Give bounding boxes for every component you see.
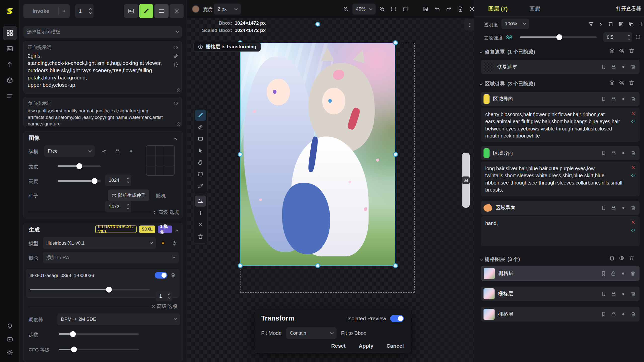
hints-icon[interactable] [4, 320, 16, 332]
delete-icon[interactable] [630, 96, 636, 102]
lora-weight-slider[interactable] [30, 289, 150, 290]
raster-layer-row[interactable]: 栅格层 [481, 287, 639, 301]
attach-icon[interactable] [173, 53, 179, 59]
code-icon[interactable] [173, 45, 179, 50]
tab-models[interactable] [3, 73, 17, 87]
prompt-template-select[interactable]: 选择提示词模板 [23, 26, 182, 38]
delete-icon[interactable] [630, 311, 636, 317]
brush-mode-button[interactable] [139, 4, 153, 18]
delete-icon[interactable] [630, 291, 636, 297]
youtube-icon[interactable] [4, 333, 16, 345]
transform-handle-ne[interactable] [393, 40, 398, 45]
lock-icon[interactable] [611, 271, 616, 276]
width-slider[interactable] [58, 165, 101, 167]
aspect-select[interactable]: Free [44, 145, 95, 157]
bookmark-icon[interactable] [601, 205, 607, 211]
transform-handle-s[interactable] [315, 263, 320, 268]
resize-handle[interactable] [177, 122, 180, 126]
filter-layers-button[interactable] [587, 20, 595, 28]
regional-layer-row[interactable]: 区域导向 [481, 92, 639, 106]
brush-tool[interactable] [195, 110, 206, 121]
visibility-dot-icon[interactable] [621, 150, 626, 156]
swap-dims-button[interactable] [99, 147, 108, 156]
lock-icon[interactable] [611, 205, 616, 211]
layer-color-swatch[interactable] [484, 204, 492, 212]
new-session-button[interactable] [455, 4, 466, 15]
model-select[interactable]: Illustrious-XL-v0.1 [43, 237, 156, 249]
cancel-button[interactable]: Cancel [386, 343, 404, 349]
lora-weight-input[interactable]: 1 [156, 291, 172, 301]
visibility-dot-icon[interactable] [620, 271, 626, 276]
model-sparkle-button[interactable] [158, 239, 168, 248]
raster-layer-row[interactable]: 栅格层 [481, 266, 639, 281]
fit-to-bbox-button[interactable]: Fit to Bbox [341, 330, 366, 336]
brush-width-select[interactable]: 2 px [214, 4, 241, 15]
lock-aspect-button[interactable] [113, 147, 122, 156]
lock-icon[interactable] [611, 311, 616, 317]
cancel-button[interactable] [195, 219, 206, 230]
lora-weight-steppers[interactable] [168, 294, 170, 299]
regional-prompt-box[interactable]: hand, [481, 216, 639, 246]
width-input[interactable]: 1024 [105, 174, 131, 186]
denoise-input[interactable]: 0.5 [603, 32, 632, 42]
duplicate-layer-button[interactable] [627, 20, 635, 28]
transform-handle-e[interactable] [393, 152, 398, 157]
height-steppers[interactable] [127, 204, 129, 209]
apply-button[interactable]: Apply [359, 343, 373, 349]
eye-icon[interactable] [619, 255, 625, 261]
sparkle-icon[interactable] [59, 9, 70, 13]
bbox-tool[interactable] [195, 169, 206, 180]
visibility-dot-icon[interactable] [621, 311, 626, 317]
bookmark-icon[interactable] [601, 291, 607, 297]
visibility-dot-icon[interactable] [621, 96, 626, 102]
layers-icon[interactable] [609, 48, 615, 54]
settings-icon[interactable] [4, 346, 16, 358]
rect-tool[interactable] [195, 133, 206, 144]
visibility-dot-icon[interactable] [621, 291, 626, 297]
tab-layers[interactable]: 图层 (7) [488, 5, 508, 13]
code-icon[interactable] [631, 119, 636, 124]
raster-layer-row[interactable]: 栅格层 [481, 307, 639, 322]
tab-gallery[interactable]: 画廊 [529, 5, 540, 13]
lock-icon[interactable] [611, 64, 616, 70]
gallery-toggle-button[interactable] [124, 4, 138, 18]
width-steppers[interactable] [127, 178, 129, 183]
visibility-dot-icon[interactable] [621, 64, 626, 70]
trash-icon[interactable] [170, 273, 176, 278]
positive-prompt-box[interactable]: 正向提示词 2girls, standing,check-to-check,li… [23, 41, 182, 94]
zoom-in-button[interactable] [377, 4, 387, 15]
visibility-dot-icon[interactable] [621, 205, 626, 211]
regional-section-header[interactable]: 区域引导 (3 个已隐藏) [480, 80, 535, 87]
code-icon[interactable] [173, 101, 179, 106]
trash-icon[interactable] [629, 255, 634, 261]
layers-icon[interactable] [609, 255, 615, 261]
inpaint-mask-row[interactable]: 修复遮罩 [481, 60, 639, 74]
eye-off-icon[interactable] [619, 48, 625, 54]
lock-icon[interactable] [611, 291, 616, 297]
trash-icon[interactable] [629, 80, 634, 85]
regional-prompt-text[interactable]: hand, [485, 220, 625, 227]
quick-action-button[interactable] [597, 20, 605, 28]
code-icon[interactable] [631, 228, 636, 233]
bookmark-icon[interactable] [601, 271, 606, 276]
inpaint-section-header[interactable]: 修复遮罩 (1 个已隐藏) [480, 49, 535, 55]
color-picker-tool[interactable] [195, 180, 206, 192]
eraser-tool[interactable] [195, 121, 206, 132]
lock-icon[interactable] [611, 150, 616, 156]
fit-mode-select[interactable]: Contain [286, 327, 337, 339]
regional-prompt-box[interactable]: long hair,silver hair,blue hair,cute,pur… [481, 162, 639, 196]
cfg-slider-thumb[interactable] [71, 347, 77, 352]
transform-handle-sw[interactable] [238, 263, 243, 268]
denoise-slider-thumb[interactable] [556, 34, 562, 40]
fit-to-view-button[interactable] [389, 4, 399, 15]
isolated-preview-toggle[interactable] [390, 315, 404, 322]
eye-off-icon[interactable] [619, 80, 625, 85]
regional-layer-row[interactable]: 区域导向 [481, 201, 639, 215]
transform-handle-w[interactable] [238, 152, 243, 157]
denoise-info-icon[interactable] [635, 34, 641, 40]
select-object-button[interactable] [607, 20, 615, 28]
steps-slider-thumb[interactable] [70, 331, 76, 337]
bookmark-icon[interactable] [601, 311, 607, 317]
height-slider-thumb[interactable] [92, 178, 98, 184]
width-slider-thumb[interactable] [76, 163, 82, 169]
